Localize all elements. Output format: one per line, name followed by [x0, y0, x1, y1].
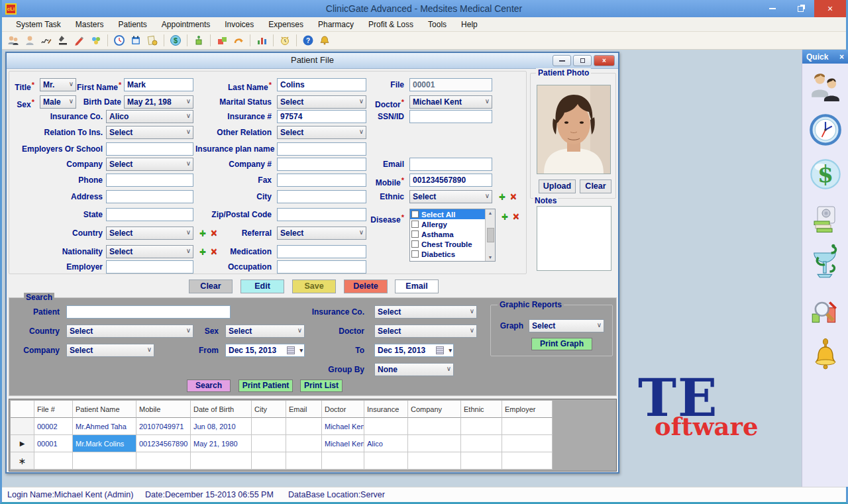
- sex-dropdown[interactable]: Male∨: [40, 95, 76, 109]
- grid-header-insurance[interactable]: Insurance: [364, 401, 408, 418]
- nationality-dropdown[interactable]: Select∨: [106, 245, 193, 258]
- scroll-up-icon[interactable]: ▲: [488, 211, 493, 215]
- ssn-field[interactable]: [409, 110, 492, 123]
- quick-reports-icon[interactable]: [808, 293, 843, 330]
- disease-option-allergy[interactable]: Allergy: [410, 219, 495, 229]
- toolbar-patients-icon[interactable]: [6, 34, 21, 47]
- child-restore-button[interactable]: [573, 55, 592, 66]
- cell-city[interactable]: [252, 452, 286, 470]
- search-patient-input[interactable]: [66, 305, 231, 319]
- referral-dropdown[interactable]: Select∨: [277, 227, 366, 240]
- fax-field[interactable]: [277, 174, 366, 187]
- quick-cash-icon[interactable]: [808, 201, 843, 238]
- minimize-button[interactable]: [759, 0, 786, 17]
- toolbar-help-icon[interactable]: ?: [301, 34, 315, 47]
- checkbox-icon[interactable]: [411, 211, 419, 218]
- occupation-field[interactable]: [277, 260, 366, 274]
- cell-patient-name[interactable]: Mr.Ahmed Taha: [73, 418, 136, 435]
- toolbar-alarm-icon[interactable]: [278, 34, 292, 47]
- toolbar-bell-icon[interactable]: [317, 34, 332, 47]
- toolbar-invoice-icon[interactable]: [145, 34, 160, 47]
- marital-status-dropdown[interactable]: Select∨: [277, 95, 366, 109]
- cell-email[interactable]: [286, 452, 322, 470]
- insurance-co-dropdown[interactable]: Alico∨: [106, 110, 193, 123]
- menu-system-task[interactable]: System Task: [9, 17, 68, 32]
- quick-close-icon[interactable]: ×: [839, 52, 844, 62]
- search-country-dropdown[interactable]: Select∨: [66, 325, 193, 338]
- from-date-picker[interactable]: Dec 15, 2013▾: [225, 344, 305, 357]
- zip-field[interactable]: [277, 208, 366, 221]
- to-date-picker[interactable]: Dec 15, 2013▾: [374, 344, 454, 357]
- disease-option-diabetics[interactable]: Diabetics: [410, 249, 495, 259]
- grid-header-email[interactable]: Email: [286, 401, 322, 418]
- cell-file[interactable]: 00002: [34, 418, 73, 435]
- city-field[interactable]: [277, 190, 366, 203]
- search-insurance-co-dropdown[interactable]: Select∨: [374, 305, 477, 319]
- grid-header-employer[interactable]: Employer: [502, 401, 553, 418]
- delete-button[interactable]: Delete: [344, 279, 388, 293]
- company-dropdown[interactable]: Select∨: [106, 158, 193, 171]
- toolbar-inventory-icon[interactable]: [191, 34, 206, 47]
- grid-header-dob[interactable]: Date of Birth: [191, 401, 252, 418]
- cell-email[interactable]: [286, 418, 322, 435]
- cell-mobile[interactable]: [136, 452, 191, 470]
- cell-file[interactable]: [34, 452, 73, 470]
- cell-dob[interactable]: May 21, 1980: [191, 435, 252, 452]
- toolbar-patient-icon[interactable]: [23, 34, 37, 47]
- child-close-button[interactable]: ×: [594, 55, 615, 66]
- disease-option-select-all[interactable]: Select All: [410, 209, 495, 219]
- grid-row-1[interactable]: 00002 Mr.Ahmed Taha 20107049971 Jun 08, …: [11, 418, 615, 435]
- scroll-down-icon[interactable]: ▼: [488, 255, 493, 260]
- quick-patients-icon[interactable]: [808, 68, 843, 105]
- insurance-plan-field[interactable]: [277, 142, 366, 156]
- clear-button[interactable]: Clear: [189, 279, 233, 293]
- grid-header-company[interactable]: Company: [408, 401, 461, 418]
- grid-header-mobile[interactable]: Mobile: [136, 401, 191, 418]
- grid-row-2-current[interactable]: ▶ 00001 Mr.Mark Colins 001234567890 May …: [11, 435, 615, 452]
- cell-dob[interactable]: Jun 08, 2010: [191, 418, 252, 435]
- state-field[interactable]: [106, 208, 193, 221]
- checkbox-icon[interactable]: [411, 240, 419, 248]
- cell-employer[interactable]: [502, 435, 553, 452]
- cell-city[interactable]: [252, 435, 286, 452]
- checkbox-icon[interactable]: [411, 230, 419, 238]
- cell-mobile[interactable]: 001234567890: [136, 435, 191, 452]
- disease-scrollbar[interactable]: ▲▼: [485, 209, 495, 261]
- toolbar-signature-icon[interactable]: [39, 34, 54, 47]
- toolbar-clock-icon[interactable]: [112, 34, 127, 47]
- photo-clear-button[interactable]: Clear: [580, 179, 611, 193]
- cell-insurance[interactable]: [364, 452, 408, 470]
- disease-remove-icon[interactable]: ×: [511, 211, 521, 223]
- quick-reminders-icon[interactable]: [808, 336, 843, 373]
- title-dropdown[interactable]: Mr.∨: [40, 78, 76, 91]
- other-relation-dropdown[interactable]: Select∨: [277, 126, 366, 139]
- grid-header-file[interactable]: File #: [34, 401, 73, 418]
- insurance-num-field[interactable]: 97574: [277, 110, 366, 123]
- cell-city[interactable]: [252, 418, 286, 435]
- cell-company[interactable]: [408, 418, 461, 435]
- print-patient-button[interactable]: Print Patient: [238, 379, 293, 392]
- search-company-dropdown[interactable]: Select∨: [66, 344, 154, 357]
- cell-email[interactable]: [286, 435, 322, 452]
- menu-invoices[interactable]: Invoices: [217, 17, 261, 32]
- cell-ethnic[interactable]: [461, 452, 502, 470]
- notes-field[interactable]: [537, 206, 611, 271]
- restore-button[interactable]: [786, 0, 814, 17]
- toolbar-pen-icon[interactable]: [72, 34, 87, 47]
- country-dropdown[interactable]: Select∨: [106, 227, 193, 240]
- search-button[interactable]: Search: [187, 379, 231, 392]
- cell-doctor[interactable]: Michael Kent: [322, 418, 364, 435]
- toolbar-purchase-icon[interactable]: [215, 34, 229, 47]
- disease-add-icon[interactable]: +: [500, 211, 510, 223]
- cell-insurance[interactable]: [364, 418, 408, 435]
- quick-pharmacy-icon[interactable]: [808, 243, 843, 280]
- row-selector[interactable]: [11, 418, 34, 435]
- graph-dropdown[interactable]: Select∨: [529, 319, 604, 332]
- toolbar-design-icon[interactable]: [89, 34, 103, 47]
- address-field[interactable]: [106, 190, 193, 203]
- disease-option-chest-trouble[interactable]: Chest Trouble: [410, 239, 495, 249]
- search-sex-dropdown[interactable]: Select∨: [225, 325, 305, 338]
- toolbar-chart-icon[interactable]: [254, 34, 269, 47]
- first-name-field[interactable]: Mark: [124, 78, 193, 91]
- cell-company[interactable]: [408, 435, 461, 452]
